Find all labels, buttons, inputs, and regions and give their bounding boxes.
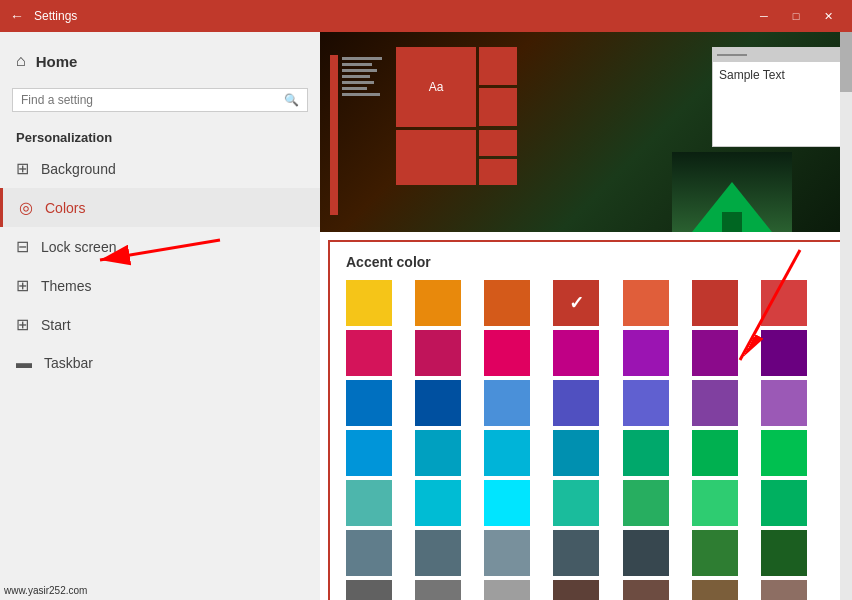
colors-label: Colors [45,200,85,216]
color-swatch-5[interactable] [692,280,738,326]
themes-label: Themes [41,278,92,294]
taskbar-icon: ▬ [16,354,32,372]
content-area: Aa [320,32,852,600]
color-swatch-14[interactable] [346,380,392,426]
color-swatch-16[interactable] [484,380,530,426]
color-swatch-24[interactable] [553,430,599,476]
color-swatch-17[interactable] [553,380,599,426]
mockup-lines [342,47,382,215]
minimize-button[interactable]: ─ [750,5,778,27]
maximize-button[interactable]: □ [782,5,810,27]
section-personalization: Personalization [0,120,320,149]
colors-icon: ◎ [19,198,33,217]
color-swatch-47[interactable] [692,580,738,600]
lock-icon: ⊟ [16,237,29,256]
mockup-tiles: Aa [396,47,517,215]
preview-area: Aa [320,32,852,232]
color-swatch-26[interactable] [692,430,738,476]
color-swatch-39[interactable] [623,530,669,576]
sidebar-item-lockscreen[interactable]: ⊟ Lock screen [0,227,320,266]
titlebar: ← Settings ─ □ ✕ [0,0,852,32]
preview-window-titlebar [713,48,841,62]
color-swatch-23[interactable] [484,430,530,476]
color-swatch-0[interactable] [346,280,392,326]
color-swatch-43[interactable] [415,580,461,600]
color-swatch-33[interactable] [692,480,738,526]
color-swatch-36[interactable] [415,530,461,576]
color-swatch-3[interactable] [553,280,599,326]
close-button[interactable]: ✕ [814,5,842,27]
sidebar-item-colors[interactable]: ◎ Colors [0,188,320,227]
color-swatch-45[interactable] [553,580,599,600]
color-swatch-40[interactable] [692,530,738,576]
color-swatch-15[interactable] [415,380,461,426]
color-swatch-34[interactable] [761,480,807,526]
scrollbar-thumb[interactable] [840,32,852,92]
color-swatch-25[interactable] [623,430,669,476]
tile-sm1 [479,47,517,85]
color-swatch-37[interactable] [484,530,530,576]
mockup-accent-bars [330,47,338,215]
tile-sm2 [479,88,517,126]
color-swatch-11[interactable] [623,330,669,376]
color-swatch-19[interactable] [692,380,738,426]
color-swatch-28[interactable] [346,480,392,526]
color-swatch-30[interactable] [484,480,530,526]
color-swatch-6[interactable] [761,280,807,326]
color-swatch-48[interactable] [761,580,807,600]
lockscreen-label: Lock screen [41,239,116,255]
color-swatch-2[interactable] [484,280,530,326]
color-swatch-41[interactable] [761,530,807,576]
sidebar-item-background[interactable]: ⊞ Background [0,149,320,188]
home-button[interactable]: ⌂ Home [0,42,320,80]
watermark: www.yasir252.com [4,585,87,596]
app-title: Settings [34,9,750,23]
color-swatch-7[interactable] [346,330,392,376]
accent-section: Accent color [328,240,844,600]
tile-xs1 [479,130,517,156]
accent-bar [330,55,338,215]
scrollbar[interactable] [840,32,852,600]
color-swatch-46[interactable] [623,580,669,600]
color-swatch-8[interactable] [415,330,461,376]
color-swatch-13[interactable] [761,330,807,376]
color-swatch-38[interactable] [553,530,599,576]
background-label: Background [41,161,116,177]
color-swatch-20[interactable] [761,380,807,426]
preview-mockup: Aa [330,47,517,215]
color-swatch-44[interactable] [484,580,530,600]
color-swatch-21[interactable] [346,430,392,476]
color-swatch-29[interactable] [415,480,461,526]
color-swatch-10[interactable] [553,330,599,376]
tent-area [672,152,792,232]
back-button[interactable]: ← [10,8,24,24]
tile-md1 [396,130,476,185]
preview-window-content: Sample Text [713,62,841,88]
accent-title: Accent color [346,254,826,270]
color-grid [346,280,826,600]
color-swatch-4[interactable] [623,280,669,326]
window-title-line [717,54,747,56]
color-swatch-1[interactable] [415,280,461,326]
color-swatch-27[interactable] [761,430,807,476]
taskbar-label: Taskbar [44,355,93,371]
sidebar-item-start[interactable]: ⊞ Start [0,305,320,344]
sidebar: ⌂ Home 🔍 Personalization ⊞ Background ◎ … [0,32,320,600]
background-icon: ⊞ [16,159,29,178]
color-swatch-12[interactable] [692,330,738,376]
tent-door [722,212,742,232]
color-swatch-22[interactable] [415,430,461,476]
color-swatch-31[interactable] [553,480,599,526]
color-swatch-18[interactable] [623,380,669,426]
color-swatch-32[interactable] [623,480,669,526]
sidebar-item-taskbar[interactable]: ▬ Taskbar [0,344,320,382]
preview-window: Sample Text [712,47,842,147]
color-swatch-35[interactable] [346,530,392,576]
window-controls: ─ □ ✕ [750,5,842,27]
color-swatch-42[interactable] [346,580,392,600]
sidebar-item-themes[interactable]: ⊞ Themes [0,266,320,305]
home-label: Home [36,53,78,70]
home-icon: ⌂ [16,52,26,70]
color-swatch-9[interactable] [484,330,530,376]
search-input[interactable] [21,93,284,107]
